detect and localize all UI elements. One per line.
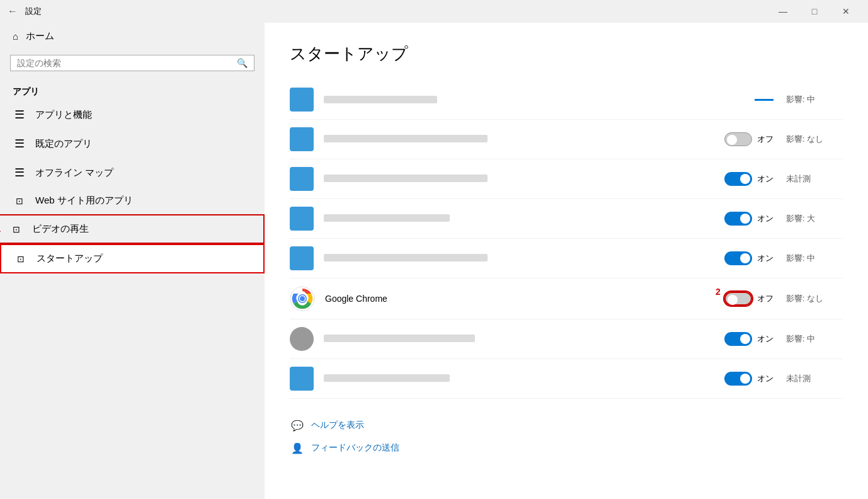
svg-point-3	[300, 296, 305, 301]
startup-item-5: オン 影響: 中	[290, 239, 843, 278]
minimize-button[interactable]: —	[768, 3, 797, 20]
sidebar-item-startup[interactable]: ⊡ スタートアップ	[0, 244, 265, 273]
item3-toggle[interactable]	[724, 172, 752, 186]
item1-toggle-area	[755, 99, 774, 101]
item3-name-blur	[324, 175, 488, 182]
footer-links: 💬 ヘルプを表示 👤 フィードバックの送信	[290, 418, 843, 456]
item1-info	[324, 96, 755, 103]
sidebar-search-box[interactable]: 🔍	[10, 55, 254, 71]
item8-info	[324, 373, 724, 384]
sidebar-item-web-apps[interactable]: ⊡ Web サイト用のアプリ	[0, 187, 265, 214]
chrome-impact: 影響: なし	[786, 293, 823, 304]
sidebar: ⌂ ホーム 🔍 アプリ ☰ アプリと機能 ☰ 既定のアプリ ☰ オフライン マッ…	[0, 23, 265, 499]
item7-icon	[290, 327, 314, 351]
feedback-icon: 👤	[290, 440, 305, 456]
item8-toggle[interactable]	[724, 372, 752, 386]
item8-icon	[290, 367, 314, 391]
step2-badge: 2	[716, 287, 721, 297]
default-apps-icon: ☰	[13, 137, 26, 151]
item2-toggle-thumb	[727, 135, 737, 145]
item5-info	[324, 253, 724, 264]
item1-status-line	[755, 99, 774, 101]
item2-status: 影響: なし	[786, 134, 843, 145]
item7-toggle-thumb	[740, 334, 750, 344]
title-bar-left: ← 設定	[8, 6, 42, 17]
video-icon: ⊡	[9, 224, 23, 234]
window-title: 設定	[25, 6, 42, 17]
sidebar-item-home[interactable]: ⌂ ホーム	[0, 23, 265, 50]
search-input[interactable]	[17, 58, 237, 68]
startup-icon: ⊡	[14, 254, 28, 264]
item3-toggle-label: オン	[757, 173, 774, 185]
chrome-toggle[interactable]	[724, 292, 752, 306]
item8-toggle-thumb	[740, 374, 750, 384]
chrome-info: Google Chrome	[325, 293, 724, 304]
close-button[interactable]: ✕	[831, 3, 860, 20]
item3-icon	[290, 167, 314, 191]
item3-impact: 未計測	[786, 173, 811, 185]
startup-list: 影響: 中 オフ 影響: なし	[290, 80, 843, 399]
startup-item-2: オフ 影響: なし	[290, 120, 843, 159]
title-bar-controls: — □ ✕	[768, 3, 860, 20]
item4-impact: 影響: 大	[786, 213, 815, 224]
item1-name-blur	[324, 96, 437, 103]
chrome-name: Google Chrome	[325, 294, 387, 304]
startup-item-1: 影響: 中	[290, 80, 843, 120]
startup-item-google-chrome: Google Chrome 2 オフ 影響: なし	[290, 278, 843, 319]
item2-toggle[interactable]	[724, 132, 752, 146]
feedback-label: フィードバックの送信	[311, 442, 399, 454]
item3-toggle-area: オン	[724, 172, 774, 186]
chrome-toggle-area: 2 オフ	[724, 292, 774, 306]
help-label: ヘルプを表示	[311, 420, 364, 431]
item2-toggle-area: オフ	[724, 132, 774, 146]
startup-item-8: オン 未計測	[290, 359, 843, 399]
item5-impact: 影響: 中	[786, 253, 815, 264]
item5-toggle-thumb	[740, 253, 750, 263]
search-icon: 🔍	[237, 58, 248, 68]
item3-toggle-thumb	[740, 174, 750, 184]
page-title: スタートアップ	[290, 43, 843, 65]
item7-name-blur	[324, 335, 475, 342]
item8-name-blur	[324, 374, 450, 382]
item7-toggle-area: オン	[724, 332, 774, 346]
chrome-toggle-thumb	[728, 295, 738, 305]
item1-status: 影響: 中	[786, 94, 843, 105]
item7-impact: 影響: 中	[786, 333, 815, 345]
item8-impact: 未計測	[786, 373, 811, 384]
sidebar-item-apps-features[interactable]: ☰ アプリと機能	[0, 100, 265, 129]
item4-toggle[interactable]	[724, 212, 752, 226]
item5-icon	[290, 246, 314, 270]
item7-toggle-label: オン	[757, 333, 774, 345]
sidebar-item-startup-label: スタートアップ	[37, 253, 103, 265]
sidebar-item-video-playback[interactable]: ⊡ ビデオの再生	[0, 214, 265, 244]
title-bar: ← 設定 — □ ✕	[0, 0, 868, 23]
startup-item-7: オン 影響: 中	[290, 319, 843, 359]
item3-status: 未計測	[786, 173, 843, 185]
item7-toggle[interactable]	[724, 332, 752, 346]
chrome-icon	[290, 286, 315, 311]
item4-name-blur	[324, 214, 450, 222]
sidebar-item-offline-maps[interactable]: ☰ オフライン マップ	[0, 158, 265, 187]
item5-status: 影響: 中	[786, 253, 843, 264]
help-link[interactable]: 💬 ヘルプを表示	[290, 418, 843, 433]
item5-toggle[interactable]	[724, 251, 752, 265]
feedback-link[interactable]: 👤 フィードバックの送信	[290, 440, 843, 456]
item5-name-blur	[324, 254, 488, 261]
sidebar-item-video-row: 1 ⊡ ビデオの再生	[0, 214, 265, 244]
item2-impact: 影響: なし	[786, 134, 823, 145]
item8-status: 未計測	[786, 373, 843, 384]
sidebar-item-web-apps-label: Web サイト用のアプリ	[35, 195, 133, 207]
chrome-status: 影響: なし	[786, 293, 843, 304]
sidebar-section-apps: アプリ	[0, 81, 265, 100]
item5-toggle-label: オン	[757, 253, 774, 264]
maximize-button[interactable]: □	[800, 3, 829, 20]
chrome-toggle-label: オフ	[757, 293, 774, 304]
item4-toggle-area: オン	[724, 212, 774, 226]
sidebar-item-default-apps[interactable]: ☰ 既定のアプリ	[0, 129, 265, 158]
item7-info	[324, 333, 724, 345]
sidebar-item-video-label: ビデオの再生	[32, 223, 89, 235]
item2-name-blur	[324, 135, 488, 142]
back-icon[interactable]: ←	[8, 6, 18, 17]
app-container: ⌂ ホーム 🔍 アプリ ☰ アプリと機能 ☰ 既定のアプリ ☰ オフライン マッ…	[0, 23, 868, 499]
startup-item-3: オン 未計測	[290, 159, 843, 199]
